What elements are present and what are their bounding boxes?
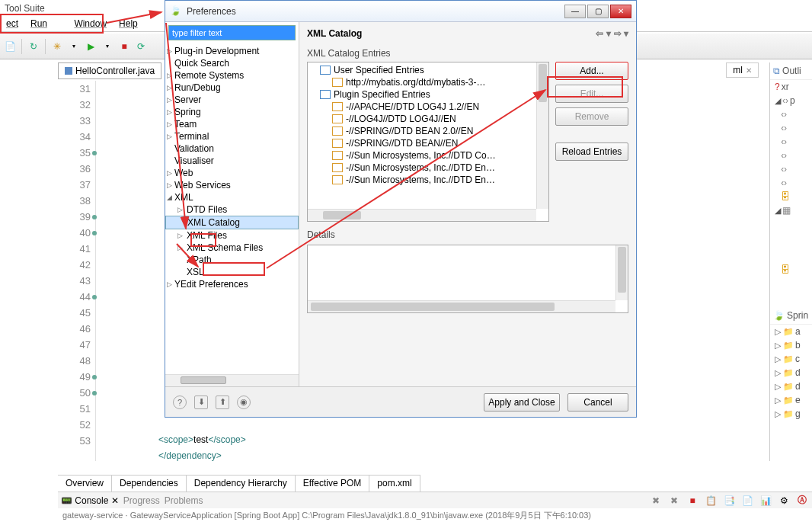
tree-item[interactable]: ▷Spring [165, 106, 299, 118]
console-icon[interactable]: ✖ [667, 494, 681, 508]
outline-item[interactable]: ◢ ‹› p [770, 94, 812, 107]
catalog-entry[interactable]: -//Sun Microsystems, Inc.//DTD En… [309, 162, 535, 174]
catalog-entry[interactable]: -//Sun Microsystems, Inc.//DTD En… [309, 174, 535, 186]
editor-tab-xml[interactable]: ml ✕ [726, 62, 759, 78]
spring-item[interactable]: ▷ 📁 b [770, 338, 812, 352]
spring-item[interactable]: ▷ 📁 e [770, 393, 812, 407]
menu-project[interactable]: ect [0, 17, 24, 31]
outline-item[interactable]: ‹› [770, 107, 812, 121]
stop-icon[interactable]: ■ [117, 40, 131, 53]
run-icon[interactable]: ▶ [84, 40, 98, 53]
scrollbar-horizontal[interactable] [308, 209, 536, 221]
back-icon[interactable]: ⇦ ▾ [596, 28, 610, 39]
tree-item[interactable]: Visualiser [165, 155, 299, 167]
spring-item[interactable]: ▷ 📁 d [770, 366, 812, 379]
tree-item[interactable]: ▷Team [165, 118, 299, 130]
outline-item[interactable]: ‹› [770, 121, 812, 135]
help-icon[interactable]: ? [173, 396, 187, 409]
console-icon[interactable]: 📋 [704, 494, 718, 508]
spring-item[interactable]: ▷ 📁 c [770, 352, 812, 366]
menu-help[interactable]: Help [113, 17, 144, 31]
scrollbar-vertical[interactable] [615, 245, 628, 300]
progress-tab[interactable]: Progress [123, 495, 160, 506]
anthropic-icon[interactable]: Ⓐ [795, 494, 809, 508]
outline-item[interactable]: ‹› [770, 176, 812, 190]
remove-button[interactable]: Remove [555, 107, 628, 126]
tree-item[interactable]: XML Catalog [165, 216, 299, 229]
console-tab[interactable]: 📟 Console ✕ [61, 495, 119, 506]
tree-item[interactable]: ▷Server [165, 94, 299, 106]
editor-subtab[interactable]: Dependencies [112, 476, 187, 492]
tree-item[interactable]: ◢XML [165, 191, 299, 203]
debug-icon[interactable]: ✳ [50, 40, 64, 53]
catalog-entry[interactable]: -//SPRING//DTD BEAN//EN [309, 137, 535, 149]
tree-item[interactable]: ▷Web Services [165, 179, 299, 191]
editor-subtab[interactable]: Dependency Hierarchy [187, 476, 296, 492]
edit-button[interactable]: Edit... [555, 85, 628, 103]
catalog-entry[interactable]: ◢User Specified Entries [309, 64, 535, 76]
relaunch-icon[interactable]: ⟳ [134, 40, 148, 53]
filter-input[interactable] [169, 26, 295, 40]
tree-item[interactable]: ▷XML Files [165, 229, 299, 242]
cancel-button[interactable]: Cancel [567, 393, 628, 412]
console-icon[interactable]: ✖ [649, 494, 663, 508]
spring-item[interactable]: ▷ 📁 a [770, 325, 812, 338]
add-button[interactable]: Add... [555, 62, 628, 80]
stop-icon[interactable]: ■ [686, 494, 699, 508]
catalog-entry[interactable]: -//LOG4J//DTD LOG4J//EN [309, 113, 535, 125]
reload-entries-button[interactable]: Reload Entries [555, 143, 628, 161]
close-icon[interactable]: ✕ [746, 66, 752, 75]
tree-item[interactable]: ▷Terminal [165, 130, 299, 143]
tree-item[interactable]: XSL [165, 266, 299, 278]
outline-item[interactable]: ‹› [770, 162, 812, 176]
refresh-icon[interactable]: ↻ [27, 40, 40, 53]
catalog-entry[interactable]: -//SPRING//DTD BEAN 2.0//EN [309, 125, 535, 137]
catalog-entry[interactable]: http://mybatis.org/dtd/mybatis-3-… [309, 76, 535, 88]
tree-item[interactable]: ▷Run/Debug [165, 82, 299, 94]
scrollbar-horizontal[interactable] [308, 300, 615, 312]
export-icon[interactable]: ⬆ [216, 396, 229, 409]
spring-item[interactable]: ▷ 📁 g [770, 407, 812, 421]
tree-item[interactable]: ▷YEdit Preferences [165, 278, 299, 290]
problems-tab[interactable]: Problems [165, 495, 203, 506]
tree-item[interactable]: ▷Remote Systems [165, 69, 299, 82]
catalog-entry[interactable]: -//APACHE//DTD LOG4J 1.2//EN [309, 101, 535, 113]
menu-run[interactable]: Run [24, 17, 53, 31]
preferences-tree[interactable]: ▷Plug-in DevelopmentQuick Search▷Remote … [165, 43, 299, 374]
outline-root[interactable]: ?xr [770, 80, 812, 94]
dialog-titlebar[interactable]: 🍃 Preferences — ▢ ✕ [165, 1, 636, 22]
outline-item[interactable]: ‹› [770, 135, 812, 149]
minimize-button[interactable]: — [564, 5, 586, 18]
catalog-entry[interactable]: ◢Plugin Specified Entries [309, 88, 535, 101]
console-icon[interactable]: 📊 [759, 494, 772, 508]
tree-item[interactable]: ▷DTD Files [165, 203, 299, 216]
catalog-entry[interactable]: -//Sun Microsystems, Inc.//DTD Co… [309, 149, 535, 162]
editor-subtab[interactable]: Effective POM [296, 476, 369, 492]
tree-item[interactable]: Validation [165, 143, 299, 155]
outline-item[interactable]: 🗄 [770, 263, 812, 277]
console-icon[interactable]: 📄 [740, 494, 754, 508]
tree-item[interactable]: Quick Search [165, 57, 299, 69]
editor-subtab[interactable]: Overview [58, 476, 112, 492]
import-icon[interactable]: ⬇ [194, 396, 208, 409]
outline-item[interactable]: ◢ ▦ [770, 203, 812, 217]
outline-item[interactable]: ‹› [770, 149, 812, 162]
editor-tab[interactable]: HelloController.java [58, 62, 161, 79]
menu-window[interactable]: Window [68, 17, 113, 31]
tree-item[interactable]: ▷Plug-in Development [165, 45, 299, 57]
chevron-down-icon[interactable]: ▾ [67, 40, 81, 53]
tree-item[interactable]: XPath [165, 254, 299, 266]
editor-subtab[interactable]: pom.xml [369, 476, 420, 492]
apply-close-button[interactable]: Apply and Close [484, 393, 560, 412]
close-button[interactable]: ✕ [610, 5, 631, 18]
chevron-down-icon[interactable]: ▾ [101, 40, 114, 53]
forward-icon[interactable]: ⇨ ▾ [614, 28, 628, 39]
scrollbar-vertical[interactable] [536, 62, 548, 209]
tree-item[interactable]: ▷Web [165, 167, 299, 179]
spring-item[interactable]: ▷ 📁 d [770, 379, 812, 393]
outline-item[interactable]: 🗄 [770, 190, 812, 203]
entries-list[interactable]: ◢User Specified Entrieshttp://mybatis.or… [307, 62, 549, 222]
record-icon[interactable]: ◉ [237, 396, 251, 409]
toolbar-button[interactable]: 📄 [3, 40, 17, 53]
console-icon[interactable]: 📑 [722, 494, 736, 508]
